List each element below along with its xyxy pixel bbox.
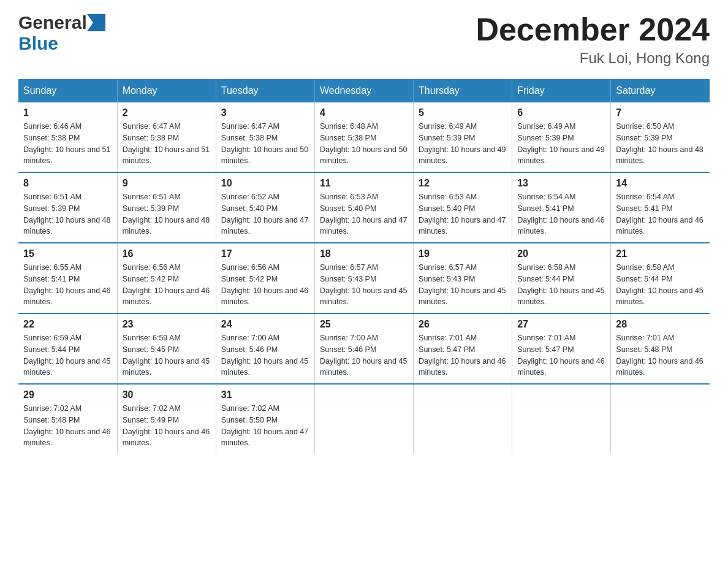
day-number: 18 [320,248,408,259]
table-row [512,384,611,454]
day-number: 17 [221,248,309,259]
day-info: Sunrise: 6:54 AMSunset: 5:41 PMDaylight:… [616,191,705,237]
header: General Blue December 2024 Fuk Loi, Hong… [18,12,710,67]
day-info: Sunrise: 6:49 AMSunset: 5:39 PMDaylight:… [419,121,507,167]
day-info: Sunrise: 6:50 AMSunset: 5:39 PMDaylight:… [616,121,705,167]
day-info: Sunrise: 6:58 AMSunset: 5:44 PMDaylight:… [517,262,605,308]
day-number: 26 [419,319,507,330]
table-row: 23Sunrise: 6:59 AMSunset: 5:45 PMDayligh… [117,313,216,384]
table-row: 20Sunrise: 6:58 AMSunset: 5:44 PMDayligh… [512,243,611,313]
table-row: 27Sunrise: 7:01 AMSunset: 5:47 PMDayligh… [512,313,611,384]
day-number: 2 [123,107,211,118]
day-number: 28 [616,319,705,330]
day-info: Sunrise: 6:57 AMSunset: 5:43 PMDaylight:… [419,262,507,308]
day-info: Sunrise: 6:53 AMSunset: 5:40 PMDaylight:… [320,191,408,237]
day-number: 14 [616,178,705,189]
table-row: 2Sunrise: 6:47 AMSunset: 5:38 PMDaylight… [117,102,216,172]
day-info: Sunrise: 6:47 AMSunset: 5:38 PMDaylight:… [221,121,309,167]
table-row: 6Sunrise: 6:49 AMSunset: 5:39 PMDaylight… [512,102,611,172]
day-info: Sunrise: 6:56 AMSunset: 5:42 PMDaylight:… [123,262,211,308]
day-number: 3 [221,107,309,118]
col-header-thursday: Thursday [414,79,512,102]
table-row: 7Sunrise: 6:50 AMSunset: 5:39 PMDaylight… [611,102,710,172]
day-number: 29 [23,389,112,400]
logo-general-text: General [18,12,87,33]
logo: General Blue [18,12,105,54]
day-number: 13 [517,178,605,189]
day-info: Sunrise: 7:01 AMSunset: 5:48 PMDaylight:… [616,332,705,378]
table-row: 29Sunrise: 7:02 AMSunset: 5:48 PMDayligh… [18,384,117,454]
day-number: 5 [419,107,507,118]
table-row: 19Sunrise: 6:57 AMSunset: 5:43 PMDayligh… [414,243,512,313]
day-number: 10 [221,178,309,189]
month-title: December 2024 [476,12,710,47]
day-number: 12 [419,178,507,189]
day-info: Sunrise: 6:49 AMSunset: 5:39 PMDaylight:… [517,121,605,167]
table-row: 30Sunrise: 7:02 AMSunset: 5:49 PMDayligh… [117,384,216,454]
day-number: 31 [221,389,309,400]
day-info: Sunrise: 7:02 AMSunset: 5:48 PMDaylight:… [23,403,112,449]
table-row: 4Sunrise: 6:48 AMSunset: 5:38 PMDaylight… [314,102,413,172]
day-number: 9 [123,178,211,189]
table-row: 18Sunrise: 6:57 AMSunset: 5:43 PMDayligh… [314,243,413,313]
day-number: 30 [123,389,211,400]
col-header-wednesday: Wednesday [314,79,413,102]
day-number: 4 [320,107,408,118]
col-header-friday: Friday [512,79,611,102]
table-row [414,384,512,454]
day-info: Sunrise: 6:47 AMSunset: 5:38 PMDaylight:… [123,121,211,167]
day-number: 25 [320,319,408,330]
table-row: 13Sunrise: 6:54 AMSunset: 5:41 PMDayligh… [512,172,611,243]
day-number: 16 [123,248,211,259]
col-header-monday: Monday [117,79,216,102]
calendar-header-row: Sunday Monday Tuesday Wednesday Thursday… [18,79,710,102]
day-info: Sunrise: 6:46 AMSunset: 5:38 PMDaylight:… [23,121,112,167]
day-info: Sunrise: 6:57 AMSunset: 5:43 PMDaylight:… [320,262,408,308]
table-row: 8Sunrise: 6:51 AMSunset: 5:39 PMDaylight… [18,172,117,243]
day-info: Sunrise: 7:00 AMSunset: 5:46 PMDaylight:… [320,332,408,378]
day-info: Sunrise: 6:55 AMSunset: 5:41 PMDaylight:… [23,262,112,308]
calendar-week-row: 8Sunrise: 6:51 AMSunset: 5:39 PMDaylight… [18,172,710,243]
table-row: 25Sunrise: 7:00 AMSunset: 5:46 PMDayligh… [314,313,413,384]
day-number: 1 [23,107,112,118]
day-number: 8 [23,178,112,189]
day-number: 15 [23,248,112,259]
day-number: 22 [23,319,112,330]
table-row [611,384,710,454]
table-row: 10Sunrise: 6:52 AMSunset: 5:40 PMDayligh… [216,172,314,243]
logo-arrow-icon [87,14,105,31]
table-row: 17Sunrise: 6:56 AMSunset: 5:42 PMDayligh… [216,243,314,313]
day-info: Sunrise: 6:51 AMSunset: 5:39 PMDaylight:… [23,191,112,237]
col-header-sunday: Sunday [18,79,117,102]
day-info: Sunrise: 6:59 AMSunset: 5:44 PMDaylight:… [23,332,112,378]
table-row: 26Sunrise: 7:01 AMSunset: 5:47 PMDayligh… [414,313,512,384]
day-number: 21 [616,248,705,259]
day-info: Sunrise: 6:58 AMSunset: 5:44 PMDaylight:… [616,262,705,308]
col-header-tuesday: Tuesday [216,79,314,102]
logo-blue-text: Blue [18,33,58,54]
table-row: 5Sunrise: 6:49 AMSunset: 5:39 PMDaylight… [414,102,512,172]
table-row: 16Sunrise: 6:56 AMSunset: 5:42 PMDayligh… [117,243,216,313]
table-row: 31Sunrise: 7:02 AMSunset: 5:50 PMDayligh… [216,384,314,454]
day-number: 27 [517,319,605,330]
table-row: 1Sunrise: 6:46 AMSunset: 5:38 PMDaylight… [18,102,117,172]
day-number: 23 [123,319,211,330]
table-row: 14Sunrise: 6:54 AMSunset: 5:41 PMDayligh… [611,172,710,243]
day-number: 20 [517,248,605,259]
calendar-week-row: 1Sunrise: 6:46 AMSunset: 5:38 PMDaylight… [18,102,710,172]
table-row: 3Sunrise: 6:47 AMSunset: 5:38 PMDaylight… [216,102,314,172]
table-row: 9Sunrise: 6:51 AMSunset: 5:39 PMDaylight… [117,172,216,243]
day-info: Sunrise: 7:01 AMSunset: 5:47 PMDaylight:… [419,332,507,378]
day-info: Sunrise: 6:56 AMSunset: 5:42 PMDaylight:… [221,262,309,308]
day-info: Sunrise: 6:54 AMSunset: 5:41 PMDaylight:… [517,191,605,237]
day-info: Sunrise: 6:59 AMSunset: 5:45 PMDaylight:… [123,332,211,378]
calendar-table: Sunday Monday Tuesday Wednesday Thursday… [18,79,710,454]
location-title: Fuk Loi, Hong Kong [476,50,710,67]
table-row: 15Sunrise: 6:55 AMSunset: 5:41 PMDayligh… [18,243,117,313]
calendar-week-row: 15Sunrise: 6:55 AMSunset: 5:41 PMDayligh… [18,243,710,313]
day-number: 6 [517,107,605,118]
day-info: Sunrise: 6:48 AMSunset: 5:38 PMDaylight:… [320,121,408,167]
day-info: Sunrise: 7:02 AMSunset: 5:50 PMDaylight:… [221,403,309,449]
table-row: 11Sunrise: 6:53 AMSunset: 5:40 PMDayligh… [314,172,413,243]
day-number: 7 [616,107,705,118]
